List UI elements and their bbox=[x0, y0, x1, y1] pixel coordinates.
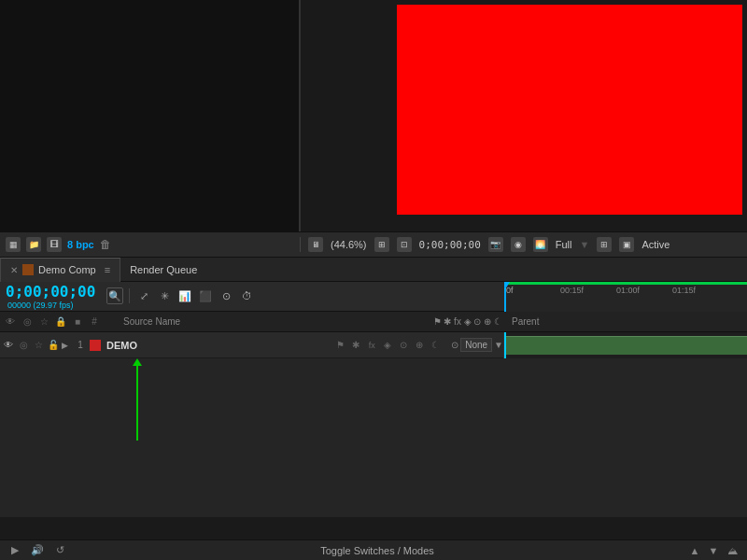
layer-number: 1 bbox=[73, 340, 88, 350]
bottom-right-icons: ▲ ▼ ⛰ bbox=[687, 543, 740, 558]
col-color-icon: ■ bbox=[71, 316, 84, 327]
info-bar: ▦ 📁 🎞 8 bpc 🗑 🖥 (44.6%) ⊞ ⊡ 0;00;00;00 📷… bbox=[0, 231, 747, 258]
globe-icon[interactable]: ⊙ bbox=[218, 287, 234, 304]
parent-dropdown-icon[interactable]: ▼ bbox=[494, 340, 503, 350]
color-icon[interactable]: ◉ bbox=[511, 237, 526, 252]
info-bar-left: ▦ 📁 🎞 8 bpc 🗑 bbox=[0, 237, 301, 252]
preview-area bbox=[0, 0, 747, 231]
comp-tab[interactable]: ✕ Demo Comp ≡ bbox=[0, 258, 120, 282]
ruler-area: 0f 00:15f 01:00f 01:15f bbox=[504, 282, 747, 312]
tc-left: 0;00;00;00 00000 (29.97 fps) 🔍 ⤢ ✳ 📊 ⬛ ⊙… bbox=[0, 283, 504, 311]
quality-label[interactable]: Full bbox=[556, 239, 572, 250]
layer-switch-group: ⚑ ✱ fx ◈ ⊙ ⊕ ☾ bbox=[333, 339, 445, 352]
red-canvas bbox=[397, 5, 742, 215]
col-left-headers: 👁 ◎ ☆ 🔒 ■ # Source Name ⚑ ✱ fx ◈ ⊙ ⊕ ☾ bbox=[0, 316, 504, 327]
preview-timecode[interactable]: 0;00;00;00 bbox=[419, 239, 481, 251]
exposure-icon[interactable]: 🌅 bbox=[533, 237, 548, 252]
col-lock-icon: 🔒 bbox=[54, 316, 67, 327]
render-queue-label: Render Queue bbox=[130, 264, 197, 275]
folder-icon[interactable]: 📁 bbox=[26, 237, 41, 252]
film-icon[interactable]: 🎞 bbox=[47, 237, 62, 252]
loop-icon[interactable]: ↺ bbox=[52, 543, 67, 558]
switch-motion-blur-icon[interactable]: ⊙ bbox=[397, 339, 410, 352]
bpc-label: 8 bpc bbox=[67, 239, 94, 250]
divider-1 bbox=[129, 288, 130, 303]
bottom-bar: ▶ 🔊 ↺ Toggle Switches / Modes ▲ ▼ ⛰ bbox=[0, 539, 747, 560]
expand-down-icon[interactable]: ▼ bbox=[706, 543, 721, 558]
col-solo-icon: ☆ bbox=[37, 316, 50, 327]
snap-icon[interactable]: ⤢ bbox=[135, 287, 152, 304]
layer-name: DEMO bbox=[103, 340, 137, 351]
switch-quality-icon[interactable]: ⚑ bbox=[333, 339, 346, 352]
info-bar-right: 🖥 (44.6%) ⊞ ⊡ 0;00;00;00 📷 ◉ 🌅 Full ▼ ⊞ … bbox=[301, 237, 747, 252]
comp-color-box bbox=[22, 264, 34, 275]
source-name-header: Source Name bbox=[105, 316, 430, 327]
layer-color-box bbox=[90, 340, 101, 351]
view-icon[interactable]: ▣ bbox=[619, 237, 634, 252]
graph-icon[interactable]: 📊 bbox=[176, 287, 193, 304]
toggle-switches-label[interactable]: Toggle Switches / Modes bbox=[75, 545, 680, 556]
playhead-indicator bbox=[504, 282, 510, 312]
left-preview-panel bbox=[0, 0, 301, 231]
layer-expand-icon[interactable]: ▶ bbox=[62, 341, 71, 350]
timeline-timecode[interactable]: 0;00;00;00 bbox=[6, 283, 95, 301]
layers-area: 👁 ◎ ☆ 🔓 ▶ 1 DEMO ⚑ ✱ fx ◈ ⊙ ⊕ ☾ ⊙ None ▼ bbox=[0, 332, 747, 517]
switch-collapse-icon[interactable]: ✱ bbox=[349, 339, 362, 352]
preview-play-icon[interactable]: ▶ bbox=[7, 543, 22, 558]
layer-timeline-bar bbox=[504, 332, 747, 358]
grid-icon[interactable]: ▦ bbox=[6, 237, 21, 252]
clock-icon[interactable]: ⏱ bbox=[238, 287, 255, 304]
col-label-icon: # bbox=[88, 316, 101, 327]
layer-row[interactable]: 👁 ◎ ☆ 🔓 ▶ 1 DEMO ⚑ ✱ fx ◈ ⊙ ⊕ ☾ ⊙ None ▼ bbox=[0, 332, 747, 358]
switch-frame-blend-icon[interactable]: ◈ bbox=[381, 339, 394, 352]
col-switches-group: ⚑ ✱ fx ◈ ⊙ ⊕ ☾ bbox=[433, 316, 504, 327]
layer-icon[interactable]: ⬛ bbox=[197, 287, 214, 304]
parent-link-icon: ⊙ bbox=[451, 340, 458, 350]
fps-label: 00000 (29.97 fps) bbox=[7, 301, 74, 311]
layer-left: 👁 ◎ ☆ 🔓 ▶ 1 DEMO ⚑ ✱ fx ◈ ⊙ ⊕ ☾ ⊙ None ▼ bbox=[0, 332, 504, 358]
layer-eye-icon[interactable]: 👁 bbox=[2, 339, 15, 352]
layer-lock-icon[interactable]: 🔓 bbox=[47, 339, 60, 352]
resolution-icon[interactable]: ⊞ bbox=[597, 237, 612, 252]
layer-playhead bbox=[504, 332, 506, 358]
col-right-header: Parent bbox=[504, 316, 747, 327]
col-headers: 👁 ◎ ☆ 🔒 ■ # Source Name ⚑ ✱ fx ◈ ⊙ ⊕ ☾ P… bbox=[0, 312, 747, 332]
parent-header: Parent bbox=[512, 316, 539, 327]
ruler-mark-1m: 01:00f bbox=[616, 286, 640, 295]
layer-bar bbox=[504, 336, 747, 355]
ruler-mark-115f: 01:15f bbox=[672, 286, 696, 295]
right-preview-panel bbox=[301, 0, 747, 231]
pixels-icon[interactable]: ⊡ bbox=[397, 237, 412, 252]
magnification-label: (44.6%) bbox=[331, 239, 367, 250]
comp-menu-icon[interactable]: ≡ bbox=[105, 264, 110, 275]
tab-close-icon[interactable]: ✕ bbox=[10, 265, 18, 275]
parent-dropdown[interactable]: ⊙ None ▼ bbox=[451, 338, 503, 352]
mountain-icon[interactable]: ⛰ bbox=[725, 543, 740, 558]
col-audio-icon: ◎ bbox=[21, 316, 34, 327]
motion-blur-icon[interactable]: ✳ bbox=[156, 287, 173, 304]
aspect-icon[interactable]: ⊞ bbox=[374, 237, 389, 252]
empty-layers-area bbox=[0, 358, 747, 517]
camera-icon[interactable]: 📷 bbox=[488, 237, 503, 252]
layer-audio-icon[interactable]: ◎ bbox=[17, 339, 30, 352]
ruler-mark-15f: 00:15f bbox=[560, 286, 584, 295]
col-eye-icon: 👁 bbox=[4, 316, 17, 327]
expand-up-icon[interactable]: ▲ bbox=[687, 543, 702, 558]
switch-3d-icon[interactable]: ☾ bbox=[429, 339, 442, 352]
comp-tab-label: Demo Comp bbox=[38, 264, 96, 275]
active-label: Active bbox=[641, 239, 669, 250]
switch-fx-icon[interactable]: fx bbox=[365, 339, 378, 352]
tab-bar: ✕ Demo Comp ≡ Render Queue bbox=[0, 258, 747, 282]
trash-icon[interactable]: 🗑 bbox=[100, 238, 111, 251]
parent-value[interactable]: None bbox=[460, 338, 492, 352]
layer-solo-icon[interactable]: ☆ bbox=[32, 339, 45, 352]
work-area-bar bbox=[504, 282, 747, 285]
audio-icon-bottom[interactable]: 🔊 bbox=[30, 543, 45, 558]
render-queue-tab[interactable]: Render Queue bbox=[120, 258, 206, 282]
search-button[interactable]: 🔍 bbox=[106, 287, 123, 304]
monitor-icon[interactable]: 🖥 bbox=[308, 237, 323, 252]
switch-adjustment-icon[interactable]: ⊕ bbox=[413, 339, 426, 352]
timeline-controls: 0;00;00;00 00000 (29.97 fps) 🔍 ⤢ ✳ 📊 ⬛ ⊙… bbox=[0, 282, 747, 312]
